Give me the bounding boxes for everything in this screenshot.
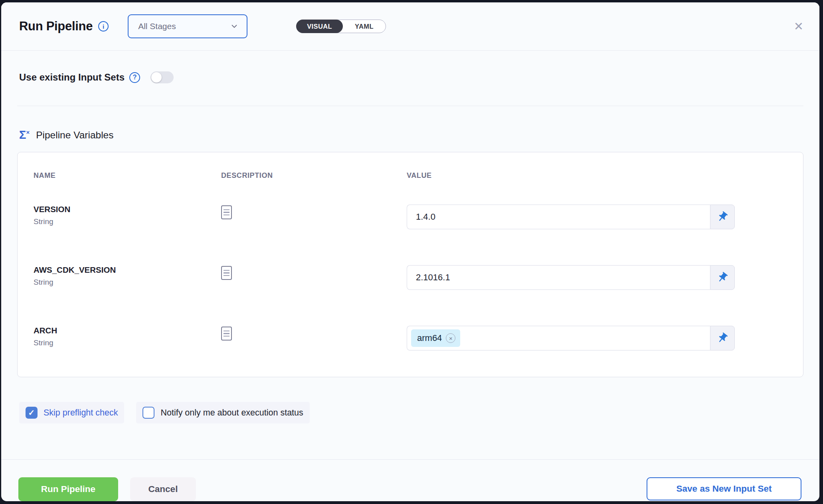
notify-only-me-label: Notify only me about execution status <box>160 408 303 418</box>
section-divider <box>17 106 803 106</box>
variable-description-cell <box>221 326 407 341</box>
pipeline-variables-title: Pipeline Variables <box>36 130 113 141</box>
table-row: AWS_CDK_VERSION String <box>34 265 787 290</box>
description-icon[interactable] <box>221 266 232 280</box>
notify-only-me-checkbox[interactable]: Notify only me about execution status <box>136 402 309 423</box>
aws-cdk-version-value-input[interactable] <box>407 265 710 290</box>
use-input-sets-row: Use existing Input Sets ? <box>19 71 803 83</box>
variable-value-cell: arm64 × <box>407 326 735 350</box>
variable-type: String <box>34 339 221 347</box>
run-pipeline-button[interactable]: Run Pipeline <box>18 477 118 501</box>
pin-button[interactable] <box>710 265 735 290</box>
description-icon[interactable] <box>221 205 232 219</box>
variable-name-cell: VERSION String <box>34 205 221 226</box>
variable-description-cell <box>221 205 407 219</box>
stage-selector-value: All Stages <box>138 22 176 31</box>
pin-icon <box>714 330 731 346</box>
skip-preflight-checkbox[interactable]: ✓ Skip preflight check <box>19 402 124 423</box>
pin-button[interactable] <box>710 326 735 350</box>
value-tag: arm64 × <box>411 329 460 347</box>
stage-selector-dropdown[interactable]: All Stages <box>128 14 247 38</box>
pin-icon <box>714 209 731 225</box>
arch-value-input[interactable]: arm64 × <box>407 326 710 350</box>
visual-yaml-toggle: VISUAL YAML <box>296 20 386 33</box>
pin-button[interactable] <box>710 205 735 229</box>
modal-header: Run Pipeline i All Stages VISUAL YAML ✕ <box>1 2 819 51</box>
run-pipeline-modal: Run Pipeline i All Stages VISUAL YAML ✕ … <box>1 2 819 501</box>
use-input-sets-toggle[interactable] <box>150 71 174 83</box>
variable-name-cell: AWS_CDK_VERSION String <box>34 265 221 287</box>
column-header-description: DESCRIPTION <box>221 171 407 180</box>
pin-icon <box>714 269 731 286</box>
version-value-input[interactable] <box>407 205 710 229</box>
tab-visual[interactable]: VISUAL <box>296 20 343 33</box>
variable-name: AWS_CDK_VERSION <box>34 265 221 275</box>
variables-table-header: NAME DESCRIPTION VALUE <box>34 171 787 180</box>
remove-tag-icon[interactable]: × <box>446 333 455 343</box>
pipeline-variables-card: NAME DESCRIPTION VALUE VERSION String <box>17 152 803 377</box>
checkbox-unchecked[interactable] <box>142 407 154 419</box>
skip-preflight-label: Skip preflight check <box>44 408 118 418</box>
tab-yaml[interactable]: YAML <box>343 20 386 33</box>
variable-name: VERSION <box>34 205 221 214</box>
sigma-variable-icon: Σ× <box>19 129 30 141</box>
variable-value-cell <box>407 265 735 290</box>
save-as-new-input-set-button[interactable]: Save as New Input Set <box>647 477 801 500</box>
variable-description-cell <box>221 265 407 280</box>
close-icon[interactable]: ✕ <box>791 19 807 34</box>
checkbox-checked[interactable]: ✓ <box>26 407 38 419</box>
modal-footer: Run Pipeline Cancel Save as New Input Se… <box>1 459 819 501</box>
variable-type: String <box>34 217 221 226</box>
modal-content: Use existing Input Sets ? Σ× Pipeline Va… <box>1 51 819 448</box>
variable-type: String <box>34 278 221 287</box>
column-header-value: VALUE <box>407 171 787 180</box>
description-icon[interactable] <box>221 327 232 341</box>
execution-options-row: ✓ Skip preflight check Notify only me ab… <box>19 402 803 423</box>
use-input-sets-label: Use existing Input Sets <box>19 72 125 83</box>
variable-name-cell: ARCH String <box>34 326 221 347</box>
table-row: ARCH String arm64 × <box>34 326 787 350</box>
pipeline-variables-heading: Σ× Pipeline Variables <box>19 129 803 141</box>
help-icon[interactable]: ? <box>129 72 140 83</box>
page-title: Run Pipeline <box>19 19 93 33</box>
table-row: VERSION String <box>34 205 787 229</box>
tag-label: arm64 <box>417 333 442 343</box>
info-icon[interactable]: i <box>98 21 109 32</box>
chevron-down-icon <box>230 22 239 31</box>
variable-name: ARCH <box>34 326 221 335</box>
column-header-name: NAME <box>34 171 221 180</box>
toggle-knob <box>151 72 162 83</box>
cancel-button[interactable]: Cancel <box>130 477 196 501</box>
variable-value-cell <box>407 205 735 229</box>
